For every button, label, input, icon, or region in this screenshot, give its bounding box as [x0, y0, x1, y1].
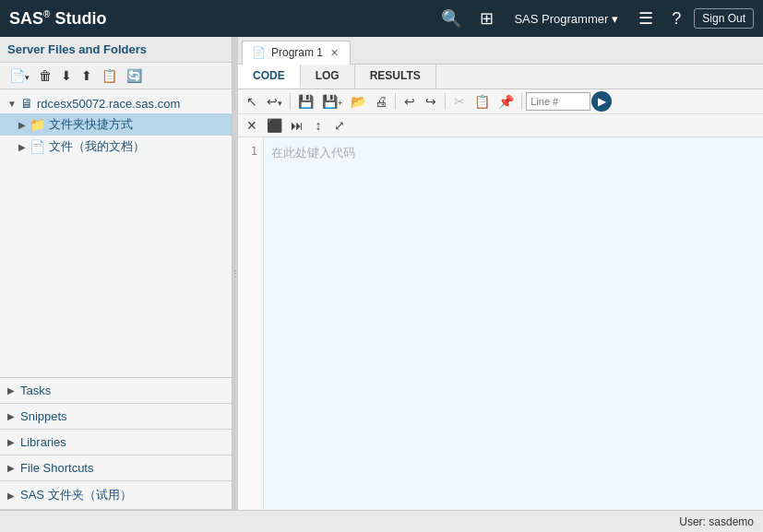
snippets-section: ▶ Snippets [0, 404, 232, 430]
programmer-label: SAS Programmer [514, 12, 608, 26]
tab-code[interactable]: CODE [238, 65, 301, 89]
apps-button[interactable]: ⊞ [474, 5, 499, 32]
refresh-button[interactable]: 🔄 [123, 66, 146, 85]
toolbar-separator-3 [445, 93, 446, 110]
tasks-section: ▶ Tasks [0, 378, 232, 404]
code-placeholder[interactable]: 在此处键入代码 [264, 137, 763, 510]
editor-area: 📄 Program 1 ✕ CODE LOG RESULTS ↖ ↩▾ 💾 💾+… [238, 37, 763, 510]
doc-icon: 📄 [30, 139, 45, 154]
toolbar-separator-1 [290, 93, 291, 110]
save-button[interactable]: 💾 [294, 92, 317, 111]
username: sasdemo [709, 515, 754, 528]
sas-folder-label: SAS 文件夹（试用） [20, 487, 132, 503]
editor-toolbar-row1: ↖ ↩▾ 💾 💾+ 📂 🖨 ↩ ↪ ✂ 📋 📌 ▶ [238, 89, 763, 114]
file-tree: ▼ 🖥 rdcesx50072.race.sas.com ▶ 📁 文件夹快捷方式… [0, 89, 232, 237]
snippets-label: Snippets [20, 409, 67, 423]
menu-button[interactable]: ☰ [633, 5, 659, 32]
programmer-menu-button[interactable]: SAS Programmer ▾ [507, 8, 626, 30]
mydocs-label: 文件（我的文档） [49, 138, 145, 155]
placeholder-text: 在此处键入代码 [271, 146, 355, 160]
toolbar-separator-2 [395, 93, 396, 110]
new-file-button[interactable]: 📄▾ [6, 66, 33, 85]
search-button[interactable]: 🔍 [435, 5, 467, 32]
next-step-button[interactable]: ⏭ [287, 116, 307, 135]
help-button[interactable]: ? [666, 6, 686, 32]
expand-icon-server: ▼ [7, 99, 17, 109]
tree-server-node[interactable]: ▼ 🖥 rdcesx50072.race.sas.com [0, 93, 232, 113]
tab-log[interactable]: LOG [301, 65, 355, 89]
tab-results[interactable]: RESULTS [355, 65, 436, 89]
file-shortcuts-section: ▶ File Shortcuts [0, 455, 232, 481]
expand-button[interactable]: ⤢ [329, 116, 350, 135]
libraries-label: Libraries [20, 435, 66, 449]
program1-tab[interactable]: 📄 Program 1 ✕ [242, 41, 351, 65]
line-number-1: 1 [244, 145, 257, 158]
sidebar-title: Server Files and Folders [7, 42, 147, 56]
tree-my-docs[interactable]: ▶ 📄 文件（我的文档） [0, 136, 232, 158]
sas-folder-section: ▶ SAS 文件夹（试用） [0, 481, 232, 510]
copy-button[interactable]: 📋 [98, 66, 121, 85]
cursor-tool-button[interactable]: ↖ [242, 92, 262, 111]
toolbar-separator-4 [521, 93, 522, 110]
line-numbers: 1 [238, 137, 264, 510]
file-shortcuts-arrow-icon: ▶ [7, 463, 15, 473]
undo-button[interactable]: ↩ [399, 92, 420, 111]
shortcuts-label: 文件夹快捷方式 [49, 116, 133, 133]
sidebar-bottom-sections: ▶ Tasks ▶ Snippets ▶ Libraries ▶ F [0, 377, 232, 510]
cut-button[interactable]: ✂ [449, 92, 470, 111]
editor-toolbar-row2: ✕ ⬛ ⏭ ↕ ⤢ [238, 114, 763, 137]
download-button[interactable]: ⬇ [57, 66, 76, 85]
libraries-section: ▶ Libraries [0, 430, 232, 455]
tasks-arrow-icon: ▶ [7, 385, 15, 396]
upload-button[interactable]: ⬆ [77, 66, 96, 85]
tasks-header[interactable]: ▶ Tasks [0, 378, 232, 403]
app-header: SAS® Studio 🔍 ⊞ SAS Programmer ▾ ☰ ? Sig… [0, 0, 763, 37]
wrap-button[interactable]: ↕ [308, 116, 328, 135]
sidebar-header: Server Files and Folders [0, 37, 232, 63]
libraries-header[interactable]: ▶ Libraries [0, 430, 232, 455]
snippets-arrow-icon: ▶ [7, 411, 15, 421]
tab-close-button[interactable]: ✕ [328, 47, 340, 59]
tab-file-icon: 📄 [252, 46, 266, 59]
snippets-header[interactable]: ▶ Snippets [0, 404, 232, 429]
line-number-input[interactable] [526, 92, 590, 111]
editor-tab-bar: 📄 Program 1 ✕ [238, 37, 763, 65]
folder-icon: 📁 [30, 117, 45, 132]
app-title: SAS® Studio [9, 9, 435, 29]
main-content: Server Files and Folders 📄▾ 🗑 ⬇ ⬆ 📋 🔄 ▼ … [0, 37, 763, 510]
dropdown-icon: ▾ [612, 12, 618, 26]
undo-history-button[interactable]: ↩▾ [263, 92, 286, 111]
header-actions: 🔍 ⊞ SAS Programmer ▾ ☰ ? Sign Out [435, 5, 754, 32]
tab-label: Program 1 [271, 46, 323, 59]
libraries-arrow-icon: ▶ [7, 437, 15, 447]
sidebar-toolbar: 📄▾ 🗑 ⬇ ⬆ 📋 🔄 [0, 63, 232, 89]
paste-button[interactable]: 📌 [495, 92, 518, 111]
tasks-label: Tasks [20, 384, 51, 397]
run-selected-button[interactable]: ✕ [242, 116, 262, 135]
print-button[interactable]: 🖨 [371, 92, 391, 111]
code-tab-bar: CODE LOG RESULTS [238, 65, 763, 89]
file-shortcuts-label: File Shortcuts [20, 461, 93, 475]
tree-shortcuts-folder[interactable]: ▶ 📁 文件夹快捷方式 [0, 113, 232, 136]
expand-icon-shortcuts: ▶ [18, 120, 26, 130]
open-button[interactable]: 📂 [347, 92, 370, 111]
status-bar: User: sasdemo [0, 510, 763, 532]
sas-folder-header[interactable]: ▶ SAS 文件夹（试用） [0, 481, 232, 509]
break-button[interactable]: ⬛ [263, 116, 286, 135]
user-label: User: [679, 515, 706, 528]
code-editor[interactable]: 1 在此处键入代码 [238, 137, 763, 510]
copy-button[interactable]: 📋 [471, 92, 494, 111]
signout-button[interactable]: Sign Out [694, 8, 754, 29]
sidebar: Server Files and Folders 📄▾ 🗑 ⬇ ⬆ 📋 🔄 ▼ … [0, 37, 232, 510]
expand-icon-docs: ▶ [18, 142, 26, 152]
server-label: rdcesx50072.race.sas.com [37, 97, 180, 111]
file-shortcuts-header[interactable]: ▶ File Shortcuts [0, 455, 232, 480]
server-icon: 🖥 [20, 96, 33, 111]
redo-button[interactable]: ↪ [421, 92, 441, 111]
run-button[interactable]: ▶ [591, 91, 612, 112]
sas-folder-arrow-icon: ▶ [7, 491, 15, 501]
delete-button[interactable]: 🗑 [35, 66, 55, 85]
save-as-button[interactable]: 💾+ [318, 92, 346, 111]
